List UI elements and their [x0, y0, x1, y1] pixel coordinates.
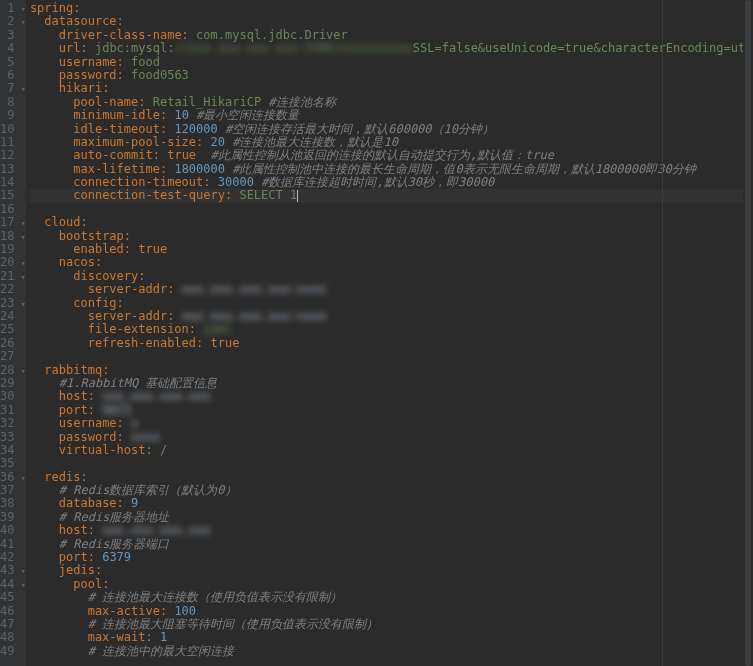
code-line[interactable]: port: 6379 — [30, 551, 753, 564]
code-line[interactable]: maximum-pool-size: 20 #连接池最大连接数，默认是10 — [30, 136, 753, 149]
line-number: 32 — [0, 417, 14, 430]
line-number: 15 — [0, 189, 14, 202]
code-line[interactable]: hikari: — [30, 82, 753, 95]
line-number: 5 — [0, 56, 14, 69]
code-line[interactable]: driver-class-name: com.mysql.jdbc.Driver — [30, 29, 753, 42]
line-number: 9 — [0, 109, 14, 122]
code-line[interactable]: username: x — [30, 417, 753, 430]
code-line[interactable]: #1.RabbitMQ 基础配置信息 — [30, 377, 753, 390]
line-number: 14 — [0, 176, 14, 189]
line-number: 17 — [0, 216, 14, 229]
line-number: 40 — [0, 524, 14, 537]
line-number: 4 — [0, 42, 14, 55]
line-number: 41 — [0, 538, 14, 551]
line-number: 30 — [0, 390, 14, 403]
line-number: 24 — [0, 310, 14, 323]
line-number: 34 — [0, 444, 14, 457]
code-line[interactable]: password: food0563 — [30, 69, 753, 82]
code-line[interactable]: rabbitmq: — [30, 364, 753, 377]
code-line[interactable]: config: — [30, 297, 753, 310]
line-number: 39 — [0, 511, 14, 524]
code-line[interactable]: port: 5672 — [30, 404, 753, 417]
code-line[interactable]: # Redis服务器地址 — [30, 511, 753, 524]
line-number: 44 — [0, 578, 14, 591]
code-area[interactable]: spring: datasource: driver-class-name: c… — [26, 0, 753, 666]
code-line[interactable]: connection-timeout: 30000 #数据库连接超时时间,默认3… — [30, 176, 753, 189]
code-line[interactable]: auto-commit: true #此属性控制从池返回的连接的默认自动提交行为… — [30, 149, 753, 162]
line-number: 1 — [0, 2, 14, 15]
code-line[interactable]: host: xxx.xxx.xxx.xxx — [30, 524, 753, 537]
line-number: 36 — [0, 471, 14, 484]
code-line[interactable]: nacos: — [30, 256, 753, 269]
code-line[interactable]: pool-name: Retail_HikariCP #连接池名称 — [30, 96, 753, 109]
line-number: 33 — [0, 431, 14, 444]
line-number: 7 — [0, 82, 14, 95]
code-line[interactable]: max-lifetime: 1800000 #此属性控制池中连接的最长生命周期，… — [30, 163, 753, 176]
code-line[interactable]: username: food — [30, 56, 753, 69]
code-line[interactable]: # 连接池最大阻塞等待时间（使用负值表示没有限制） — [30, 618, 753, 631]
code-line[interactable] — [30, 457, 753, 470]
line-number: 11 — [0, 136, 14, 149]
code-line[interactable]: max-active: 100 — [30, 605, 753, 618]
code-line[interactable]: database: 9 — [30, 497, 753, 510]
code-line[interactable]: datasource: — [30, 15, 753, 28]
code-line[interactable] — [30, 350, 753, 363]
line-number: 19 — [0, 243, 14, 256]
line-number: 29 — [0, 377, 14, 390]
code-line[interactable]: discovery: — [30, 270, 753, 283]
line-number: 10 — [0, 123, 14, 136]
code-line[interactable]: spring: — [30, 2, 753, 15]
code-line[interactable]: # 连接池最大连接数（使用负值表示没有限制） — [30, 591, 753, 604]
line-number: 23 — [0, 297, 14, 310]
code-line[interactable]: enabled: true — [30, 243, 753, 256]
line-number: 38 — [0, 497, 14, 510]
code-line[interactable]: server-addr: xxx.xxx.xxx.xxx:xxxx — [30, 283, 753, 296]
line-number: 26 — [0, 337, 14, 350]
scrollbar-track — [745, 0, 751, 666]
line-number: 16 — [0, 203, 14, 216]
code-line[interactable]: # 连接池中的最大空闲连接 — [30, 645, 753, 658]
code-line[interactable]: max-wait: 1 — [30, 631, 753, 644]
line-number: 25 — [0, 323, 14, 336]
line-number-gutter: 1234567891011121314151617181920212223242… — [0, 0, 20, 666]
line-number: 12 — [0, 149, 14, 162]
code-line[interactable]: file-extension: yaml — [30, 323, 753, 336]
code-line[interactable]: idle-timeout: 120000 #空闲连接存活最大时间，默认60000… — [30, 123, 753, 136]
code-line[interactable]: connection-test-query: SELECT 1 — [30, 189, 753, 202]
line-number: 49 — [0, 645, 14, 658]
code-line[interactable]: # Redis服务器端口 — [30, 538, 753, 551]
line-number: 2 — [0, 15, 14, 28]
vertical-scrollbar[interactable] — [743, 0, 753, 666]
code-line[interactable]: server-addr: xxx.xxx.xxx.xxx:xxxx — [30, 310, 753, 323]
line-number: 28 — [0, 364, 14, 377]
line-number: 47 — [0, 618, 14, 631]
line-number: 22 — [0, 283, 14, 296]
line-number: 42 — [0, 551, 14, 564]
line-number: 48 — [0, 631, 14, 644]
code-line[interactable]: cloud: — [30, 216, 753, 229]
code-line[interactable]: refresh-enabled: true — [30, 337, 753, 350]
code-line[interactable]: # Redis数据库索引（默认为0） — [30, 484, 753, 497]
code-line[interactable]: redis: — [30, 471, 753, 484]
code-line[interactable]: minimum-idle: 10 #最小空闲连接数量 — [30, 109, 753, 122]
line-number: 21 — [0, 270, 14, 283]
line-number: 45 — [0, 591, 14, 604]
code-line[interactable] — [30, 203, 753, 216]
code-editor[interactable]: 1234567891011121314151617181920212223242… — [0, 0, 753, 666]
code-line[interactable]: pool: — [30, 578, 753, 591]
code-line[interactable]: url: jdbc:mysql://xxx.xxx.xxx.xxx:3306/x… — [30, 42, 753, 55]
code-line[interactable]: jedis: — [30, 564, 753, 577]
line-number: 20 — [0, 256, 14, 269]
line-number: 31 — [0, 404, 14, 417]
code-line[interactable]: password: xxxx — [30, 431, 753, 444]
line-number: 8 — [0, 96, 14, 109]
code-line[interactable]: bootstrap: — [30, 230, 753, 243]
code-line[interactable]: host: xxx.xxx.xxx.xxx — [30, 390, 753, 403]
line-number: 46 — [0, 605, 14, 618]
line-number: 37 — [0, 484, 14, 497]
code-line[interactable]: virtual-host: / — [30, 444, 753, 457]
line-number: 3 — [0, 29, 14, 42]
line-number: 27 — [0, 350, 14, 363]
line-number: 13 — [0, 163, 14, 176]
line-number: 6 — [0, 69, 14, 82]
